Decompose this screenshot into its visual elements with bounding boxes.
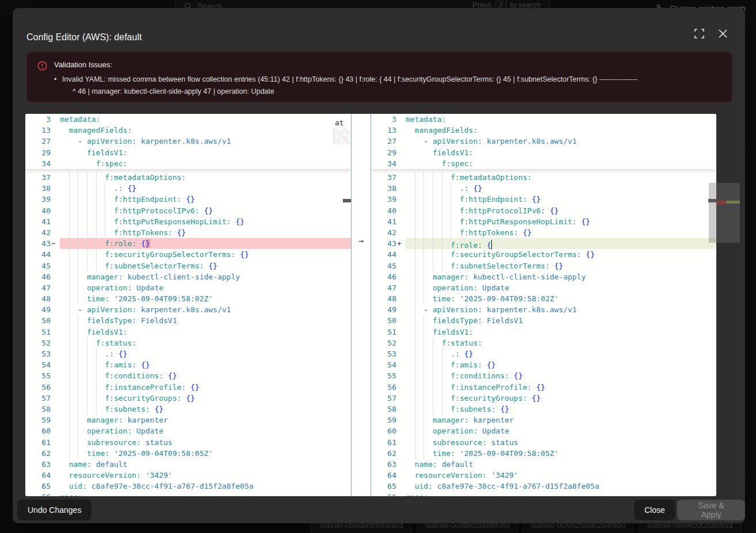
line-number: 60 bbox=[371, 425, 396, 436]
undo-changes-button[interactable]: Undo Changes bbox=[17, 500, 91, 520]
line-number: 46 bbox=[371, 271, 396, 282]
line-number: 37 bbox=[371, 172, 396, 183]
clipped-sticky-text: at bbox=[335, 117, 344, 128]
code-line: 60 operation: Update bbox=[371, 425, 716, 436]
close-modal-button[interactable]: Close bbox=[634, 500, 675, 520]
code-line: 54 f:amis: {} bbox=[371, 359, 716, 370]
line-number: 41 bbox=[371, 216, 396, 227]
code-line: 51 fieldsV1: bbox=[25, 327, 351, 338]
diff-pane-modified[interactable]: 3metadata:13 managedFields:27 - apiVersi… bbox=[371, 114, 716, 496]
close-button[interactable] bbox=[715, 26, 730, 41]
code-line: 65 uid: c8afe97e-38cc-4f91-a767-d15f2a8f… bbox=[25, 481, 351, 492]
line-number: 62 bbox=[371, 448, 396, 459]
yaml-diff-editor[interactable]: 3metadata:13 managedFields:27 - apiVersi… bbox=[25, 114, 716, 496]
line-number: 59 bbox=[25, 415, 51, 425]
line-number: 59 bbox=[371, 415, 396, 425]
line-number: 56 bbox=[371, 382, 396, 393]
code-line: 48 time: '2025-09-04T09:58:02Z' bbox=[25, 293, 351, 304]
line-number: 37 bbox=[25, 172, 51, 183]
code-line: 59 manager: karpenter bbox=[25, 415, 351, 425]
diff-sash[interactable]: → bbox=[351, 114, 371, 496]
line-number: 40 bbox=[371, 205, 396, 216]
line-number: 54 bbox=[371, 359, 396, 370]
line-number: 43 bbox=[25, 238, 51, 249]
code-line: 56 f:instanceProfile: {} bbox=[25, 382, 351, 393]
scrollbar-slider[interactable] bbox=[709, 183, 716, 243]
line-number: 57 bbox=[371, 393, 396, 404]
overview-added-mark bbox=[726, 201, 740, 204]
code-line: 34 f:spec: bbox=[25, 158, 351, 169]
warning-icon bbox=[37, 61, 47, 71]
code-line: 46 manager: kubectl-client-side-apply bbox=[25, 271, 351, 282]
overview-mark-right bbox=[708, 199, 716, 202]
code-line: 3metadata: bbox=[371, 114, 716, 125]
code-line: 50 fieldsType: FieldsV1 bbox=[371, 315, 716, 326]
diff-overview-ruler[interactable] bbox=[716, 183, 740, 243]
code-line: 53 .: {} bbox=[371, 348, 716, 359]
line-number: 52 bbox=[371, 338, 396, 348]
line-number: 44 bbox=[25, 249, 51, 260]
line-number: 43 bbox=[371, 238, 396, 249]
code-line: 50 fieldsType: FieldsV1 bbox=[25, 315, 351, 326]
code-line: 37 f:metadataOptions: bbox=[371, 172, 716, 183]
line-number: 42 bbox=[371, 227, 396, 238]
line-number: 64 bbox=[25, 470, 51, 481]
code-line: 41 f:httpPutResponseHopLimit: {} bbox=[25, 216, 351, 227]
code-line: 62 time: '2025-09-04T09:58:05Z' bbox=[371, 448, 716, 459]
close-icon bbox=[719, 29, 727, 38]
line-number: 3 bbox=[371, 114, 396, 125]
code-line: 3metadata: bbox=[25, 114, 351, 125]
code-line: 13 managedFields: bbox=[25, 125, 351, 136]
code-line: 61 subresource: status bbox=[371, 437, 716, 448]
line-number: 51 bbox=[371, 327, 396, 338]
code-line: 40 f:httpProtocolIPv6: {} bbox=[371, 205, 716, 216]
code-line: 58 f:subnets: {} bbox=[371, 404, 716, 415]
line-number: 50 bbox=[371, 315, 396, 326]
code-line: 37 f:metadataOptions: bbox=[25, 172, 351, 183]
fullscreen-button[interactable] bbox=[692, 26, 707, 41]
line-number: 46 bbox=[25, 271, 51, 282]
code-line: 44 f:securityGroupSelectorTerms: {} bbox=[371, 249, 716, 260]
overview-mark-left bbox=[343, 199, 351, 202]
line-number: 27 bbox=[371, 136, 396, 147]
code-line: 29 fieldsV1: bbox=[25, 147, 351, 158]
line-number: 51 bbox=[25, 327, 51, 338]
code-line: 64 resourceVersion: '3429' bbox=[371, 470, 716, 481]
line-number: 34 bbox=[371, 158, 396, 169]
line-number: 57 bbox=[25, 393, 51, 404]
line-number: 49 bbox=[25, 304, 51, 315]
fullscreen-icon bbox=[694, 29, 704, 39]
code-line: 61 subresource: status bbox=[25, 437, 351, 448]
code-line: 29 fieldsV1: bbox=[371, 147, 716, 158]
validation-message: • Invalid YAML: missed comma between flo… bbox=[54, 74, 637, 98]
line-number: 52 bbox=[25, 338, 51, 348]
save-apply-button: Save & Apply bbox=[677, 500, 745, 520]
code-line: 60 operation: Update bbox=[25, 425, 351, 436]
line-number: 58 bbox=[371, 404, 396, 415]
text-cursor bbox=[491, 240, 492, 250]
line-number: 65 bbox=[25, 481, 51, 492]
line-number: 3 bbox=[25, 114, 51, 125]
line-number: 41 bbox=[25, 216, 51, 227]
code-line: 38 .: {} bbox=[371, 183, 716, 194]
code-line: 57 f:securityGroups: {} bbox=[25, 393, 351, 404]
diff-pane-original[interactable]: 3metadata:13 managedFields:27 - apiVersi… bbox=[25, 114, 351, 496]
code-line: 13 managedFields: bbox=[371, 125, 716, 136]
line-number: 56 bbox=[25, 382, 51, 393]
line-number: 55 bbox=[371, 370, 396, 381]
sticky-scroll-left: 3metadata:13 managedFields:27 - apiVersi… bbox=[25, 114, 351, 170]
line-number: 66 bbox=[25, 492, 51, 496]
code-line: 42 f:httpTokens: {} bbox=[25, 227, 351, 238]
code-line: 55 f:conditions: {} bbox=[371, 370, 716, 381]
code-line: 63 name: default bbox=[25, 459, 351, 470]
line-number: 42 bbox=[25, 227, 51, 238]
config-editor-modal: Config Editor (AWS): default Validation … bbox=[13, 8, 745, 523]
diff-navigate-arrow-icon[interactable]: → bbox=[352, 236, 371, 247]
code-line: 45 f:subnetSelectorTerms: {} bbox=[25, 260, 351, 271]
line-number: 62 bbox=[25, 448, 51, 459]
line-number: 54 bbox=[25, 359, 51, 370]
validation-line-1: Invalid YAML: missed comma between flow … bbox=[62, 74, 637, 86]
line-number: 47 bbox=[371, 282, 396, 293]
code-line: 65 uid: c8afe97e-38cc-4f91-a767-d15f2a8f… bbox=[371, 481, 716, 492]
code-line: 53 .: {} bbox=[25, 348, 351, 359]
